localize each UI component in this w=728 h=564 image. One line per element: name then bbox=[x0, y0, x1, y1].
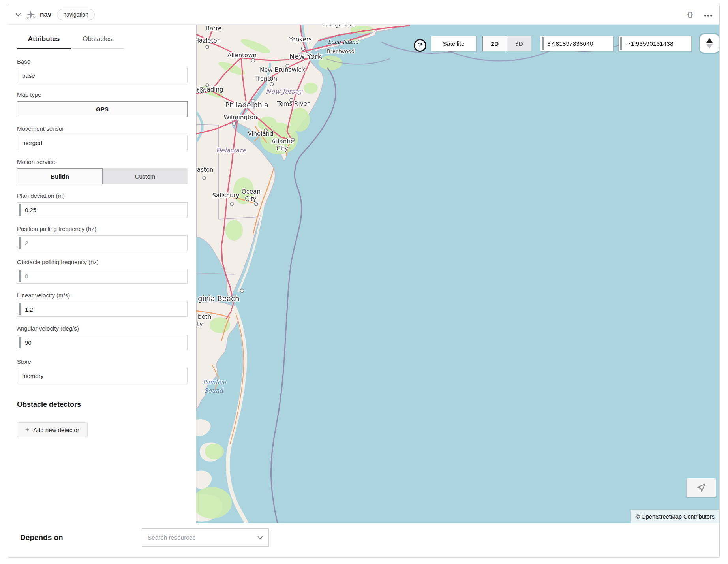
plan-deviation-input[interactable] bbox=[21, 203, 187, 217]
send-arrow-icon bbox=[696, 483, 706, 493]
svg-text:New Jersey: New Jersey bbox=[266, 88, 303, 95]
svg-text:Toms River: Toms River bbox=[277, 100, 310, 107]
svg-text:Pamlico: Pamlico bbox=[203, 378, 227, 385]
motion-service-builtin-option[interactable]: Builtin bbox=[17, 168, 103, 184]
svg-text:Hazleton: Hazleton bbox=[196, 37, 221, 44]
svg-text:City: City bbox=[276, 145, 288, 152]
svg-text:Atlantic: Atlantic bbox=[271, 138, 294, 145]
movement-sensor-label: Movement sensor bbox=[17, 125, 188, 132]
obstacle-polling-label: Obstacle polling frequency (hz) bbox=[17, 259, 188, 265]
svg-text:Long Island: Long Island bbox=[328, 39, 359, 45]
svg-text:Philadelphia: Philadelphia bbox=[225, 101, 268, 109]
svg-text:Sound: Sound bbox=[204, 387, 224, 394]
search-resources-placeholder: Search resources bbox=[148, 534, 257, 541]
depends-on-dropdown[interactable]: Search resources bbox=[142, 528, 269, 547]
motion-service-custom-option[interactable]: Custom bbox=[103, 168, 188, 184]
stepper-up-icon[interactable] bbox=[706, 38, 713, 43]
svg-text:ty: ty bbox=[197, 321, 203, 328]
linear-velocity-label: Linear velocity (m/s) bbox=[17, 292, 188, 299]
svg-text:New York: New York bbox=[289, 52, 322, 60]
resource-name: nav bbox=[40, 11, 51, 19]
resource-type-badge: navigation bbox=[57, 9, 95, 20]
svg-text:Delaware: Delaware bbox=[216, 147, 247, 154]
svg-text:aston: aston bbox=[197, 166, 214, 173]
svg-text:✕: ✕ bbox=[33, 15, 36, 19]
movement-sensor-input[interactable] bbox=[17, 135, 188, 150]
tab-obstacles[interactable]: Obstacles bbox=[71, 31, 124, 49]
field-movement-sensor: Movement sensor bbox=[17, 125, 188, 150]
field-obstacle-polling: Obstacle polling frequency (hz) bbox=[17, 259, 188, 284]
longitude-field bbox=[619, 36, 691, 51]
latitude-input[interactable] bbox=[544, 36, 613, 51]
svg-text:✕: ✕ bbox=[26, 16, 29, 20]
motion-service-segmented: Builtin Custom bbox=[17, 168, 188, 184]
panel-tabs: Attributes Obstacles bbox=[17, 31, 188, 49]
more-menu-icon[interactable] bbox=[704, 11, 712, 18]
map-graphic: Barre Hazleton Allentown Yonkers New Yor… bbox=[196, 25, 719, 523]
mode-3d-button[interactable]: 3D bbox=[507, 36, 531, 51]
help-icon[interactable]: ? bbox=[414, 39, 426, 52]
position-polling-input[interactable] bbox=[21, 236, 187, 250]
latitude-field bbox=[540, 36, 613, 51]
map-dimension-toggle: 2D 3D bbox=[482, 36, 531, 51]
map-type-gps-button[interactable]: GPS bbox=[17, 101, 188, 117]
svg-text:Vineland: Vineland bbox=[248, 130, 273, 137]
chevron-down-icon bbox=[257, 534, 263, 541]
navigation-service-icon: ✕ ✕ bbox=[26, 9, 36, 20]
card-header: ✕ ✕ nav navigation {} bbox=[8, 4, 719, 25]
angular-velocity-label: Angular velocity (deg/s) bbox=[17, 325, 188, 332]
json-mode-icon[interactable]: {} bbox=[687, 11, 693, 19]
position-polling-label: Position polling frequency (hz) bbox=[17, 226, 188, 232]
longitude-input[interactable] bbox=[622, 36, 691, 51]
stepper-down-icon[interactable] bbox=[706, 44, 713, 49]
plan-deviation-label: Plan deviation (m) bbox=[17, 192, 188, 199]
base-input[interactable] bbox=[17, 68, 188, 83]
field-map-type: Map type GPS bbox=[17, 91, 188, 117]
add-detector-label: Add new detector bbox=[33, 427, 79, 433]
obstacle-polling-input[interactable] bbox=[21, 269, 187, 283]
tab-attributes[interactable]: Attributes bbox=[17, 31, 71, 49]
svg-text:beth: beth bbox=[198, 313, 211, 320]
svg-text:Barre: Barre bbox=[206, 25, 221, 32]
field-angular-velocity: Angular velocity (deg/s) bbox=[17, 325, 188, 350]
obstacle-detectors-heading: Obstacle detectors bbox=[17, 400, 188, 409]
field-linear-velocity: Linear velocity (m/s) bbox=[17, 292, 188, 317]
svg-text:Ocean: Ocean bbox=[242, 188, 261, 195]
svg-text:Trenton: Trenton bbox=[255, 75, 277, 82]
map-type-label: Map type bbox=[17, 91, 188, 98]
store-label: Store bbox=[17, 358, 188, 365]
field-base: Base bbox=[17, 58, 188, 83]
collapse-chevron-icon[interactable] bbox=[15, 11, 26, 18]
svg-text:ginia Beach: ginia Beach bbox=[198, 294, 239, 303]
base-label: Base bbox=[17, 58, 188, 65]
svg-text:New Brunswick: New Brunswick bbox=[260, 66, 305, 73]
field-plan-deviation: Plan deviation (m) bbox=[17, 192, 188, 217]
svg-text:ter: ter bbox=[197, 87, 206, 94]
svg-text:Wilmington: Wilmington bbox=[223, 114, 257, 121]
field-motion-service: Motion service Builtin Custom bbox=[17, 158, 188, 184]
svg-text:City: City bbox=[245, 196, 257, 203]
map-attribution: © OpenStreetMap Contributors bbox=[631, 510, 719, 523]
locate-button[interactable] bbox=[687, 478, 716, 497]
depends-on-heading: Depends on bbox=[20, 533, 142, 542]
zoom-stepper[interactable] bbox=[700, 34, 719, 53]
add-detector-button[interactable]: + Add new detector bbox=[17, 422, 88, 437]
plus-icon: + bbox=[25, 426, 29, 434]
svg-text:Allentown: Allentown bbox=[227, 52, 257, 59]
config-panel: Attributes Obstacles Base Map type GPS M… bbox=[8, 25, 196, 523]
satellite-toggle-button[interactable]: Satellite bbox=[431, 36, 476, 51]
field-store: Store bbox=[17, 358, 188, 383]
motion-service-label: Motion service bbox=[17, 158, 188, 165]
svg-text:Bridgeport: Bridgeport bbox=[323, 25, 355, 28]
angular-velocity-input[interactable] bbox=[21, 335, 187, 350]
svg-text:Brentwood: Brentwood bbox=[327, 48, 355, 54]
svg-text:Salisbury: Salisbury bbox=[212, 192, 240, 199]
field-position-polling: Position polling frequency (hz) bbox=[17, 226, 188, 250]
linear-velocity-input[interactable] bbox=[21, 302, 187, 316]
map-canvas[interactable]: Barre Hazleton Allentown Yonkers New Yor… bbox=[196, 25, 719, 523]
resource-card: ✕ ✕ nav navigation {} Attributes Obstacl… bbox=[8, 4, 720, 558]
depends-on-section: Depends on Search resources bbox=[8, 523, 719, 557]
svg-text:Yonkers: Yonkers bbox=[289, 36, 311, 43]
store-input[interactable] bbox=[17, 368, 188, 383]
mode-2d-button[interactable]: 2D bbox=[482, 36, 507, 51]
